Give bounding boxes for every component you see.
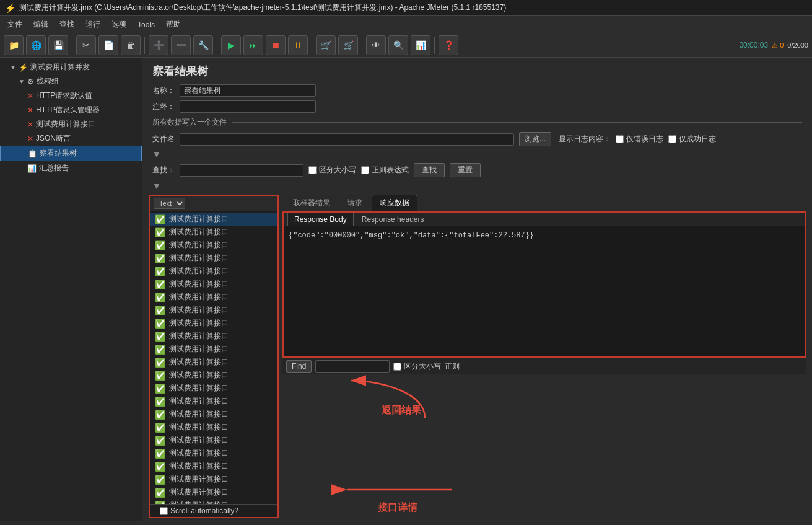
tab-sampler-result[interactable]: 取样器结果 <box>285 195 338 211</box>
reset-button[interactable]: 重置 <box>450 163 481 177</box>
tab-response-data[interactable]: 响应数据 <box>372 195 417 211</box>
result-item-9[interactable]: ✅测试费用计算接口 <box>150 330 277 343</box>
comment-input[interactable] <box>180 100 316 113</box>
sidebar-item-result-tree[interactable]: 📋 察看结果树 <box>0 146 142 161</box>
result-item-20[interactable]: ✅测试费用计算接口 <box>150 473 277 486</box>
toolbar-copy[interactable]: 📄 <box>98 35 118 55</box>
toolbar-template[interactable]: 🔍 <box>388 35 408 55</box>
toolbar-help[interactable]: ❓ <box>439 35 458 55</box>
toolbar-remote2[interactable]: 🛒 <box>338 35 358 55</box>
result-item-12[interactable]: ✅测试费用计算接口 <box>150 369 277 382</box>
toolbar-pause[interactable]: ⏸ <box>288 35 308 55</box>
menubar: 文件 编辑 查找 运行 选项 Tools 帮助 <box>0 16 812 33</box>
toolbar-sep5 <box>362 37 362 54</box>
toolbar-delete[interactable]: 🗑 <box>121 35 141 55</box>
results-list-panel: Text ✅ 测试费用计算接口 ✅测试费用计算接口 ✅测试费用计算接口 ✅测试费… <box>149 195 279 518</box>
name-input[interactable] <box>180 84 316 97</box>
toolbar-chart[interactable]: 📊 <box>411 35 430 55</box>
menu-run[interactable]: 运行 <box>81 17 105 32</box>
result-item-10[interactable]: ✅测试费用计算接口 <box>150 343 277 356</box>
resp-tab-body[interactable]: Response Body <box>287 213 354 226</box>
success-log-checkbox-label[interactable]: 仅成功日志 <box>668 134 716 144</box>
result-item-5[interactable]: ✅测试费用计算接口 <box>150 278 277 291</box>
result-item-18[interactable]: ✅测试费用计算接口 <box>150 447 277 460</box>
sidebar-item-test-api[interactable]: ✕ 测试费用计算接口 <box>0 117 142 131</box>
sidebar-item-http-header[interactable]: ✕ HTTP信息头管理器 <box>0 103 142 117</box>
result-item-14[interactable]: ✅测试费用计算接口 <box>150 395 277 408</box>
result-label-19: 测试费用计算接口 <box>169 461 229 472</box>
toolbar-remove[interactable]: ➖ <box>171 35 191 55</box>
scroll-auto-checkbox[interactable] <box>160 507 168 515</box>
result-item-8[interactable]: ✅测试费用计算接口 <box>150 317 277 330</box>
browse-button[interactable]: 浏览... <box>519 132 551 146</box>
thread-icon: ⚙ <box>27 77 34 86</box>
result-icon-5: ✅ <box>155 280 165 289</box>
result-item-6[interactable]: ✅测试费用计算接口 <box>150 291 277 304</box>
toolbar-new[interactable]: 📁 <box>4 35 24 55</box>
find-case-label[interactable]: 区分大小写 <box>393 361 441 372</box>
toolbar-settings[interactable]: 🔧 <box>193 35 213 55</box>
file-input[interactable] <box>180 133 514 146</box>
toolbar-play-all[interactable]: ⏭ <box>243 35 263 55</box>
result-item-7[interactable]: ✅测试费用计算接口 <box>150 304 277 317</box>
success-log-checkbox[interactable] <box>668 135 676 143</box>
search-input[interactable] <box>180 164 303 177</box>
menu-find[interactable]: 查找 <box>55 17 79 32</box>
menu-file[interactable]: 文件 <box>2 17 27 32</box>
result-item-2[interactable]: ✅测试费用计算接口 <box>150 239 277 252</box>
sidebar-item-json-assert[interactable]: ✕ JSON断言 <box>0 131 142 146</box>
search-options: 区分大小写 正则表达式 查找 重置 <box>308 163 481 177</box>
toolbar-add[interactable]: ➕ <box>149 35 168 55</box>
result-item-13[interactable]: ✅测试费用计算接口 <box>150 382 277 395</box>
error-log-checkbox[interactable] <box>616 135 624 143</box>
result-item-0[interactable]: ✅ 测试费用计算接口 <box>150 213 277 226</box>
section-line <box>232 122 802 123</box>
sidebar-item-threadgroup[interactable]: ▼ ⚙ 线程组 <box>0 74 142 89</box>
toolbar-stop[interactable]: ⏹ <box>266 35 286 55</box>
menu-options[interactable]: 选项 <box>107 17 131 32</box>
sidebar-item-root[interactable]: ▼ ⚡ 测试费用计算并发 <box>0 60 142 74</box>
result-item-3[interactable]: ✅测试费用计算接口 <box>150 252 277 265</box>
toolbar-save[interactable]: 💾 <box>48 35 68 55</box>
menu-edit[interactable]: 编辑 <box>28 17 53 32</box>
case-sensitive-checkbox[interactable] <box>308 166 317 174</box>
find-input[interactable] <box>315 360 390 373</box>
toolbar-view[interactable]: 👁 <box>366 35 386 55</box>
result-icon-18: ✅ <box>155 449 165 459</box>
result-item-4[interactable]: ✅测试费用计算接口 <box>150 265 277 278</box>
result-item-16[interactable]: ✅测试费用计算接口 <box>150 421 277 434</box>
result-item-11[interactable]: ✅测试费用计算接口 <box>150 356 277 369</box>
toolbar-play[interactable]: ▶ <box>221 35 241 55</box>
toolbar-count: 0/2000 <box>787 42 808 49</box>
toolbar-remote1[interactable]: 🛒 <box>316 35 336 55</box>
menu-help[interactable]: 帮助 <box>161 17 186 32</box>
result-label-2: 测试费用计算接口 <box>169 240 229 250</box>
result-tree-icon: 📋 <box>28 149 37 158</box>
arrow-separator: ▼ <box>142 148 812 161</box>
text-type-dropdown[interactable]: Text <box>154 198 185 209</box>
find-case-checkbox[interactable] <box>393 363 401 371</box>
resp-tab-headers[interactable]: Response headers <box>355 213 431 226</box>
tab-request[interactable]: 请求 <box>339 195 370 211</box>
result-label-15: 测试费用计算接口 <box>169 409 229 420</box>
result-item-21[interactable]: ✅测试费用计算接口 <box>150 486 277 499</box>
result-item-17[interactable]: ✅测试费用计算接口 <box>150 434 277 447</box>
regex-label[interactable]: 正则表达式 <box>361 165 409 175</box>
result-label-4: 测试费用计算接口 <box>169 266 229 276</box>
result-label-12: 测试费用计算接口 <box>169 370 229 381</box>
result-item-15[interactable]: ✅测试费用计算接口 <box>150 408 277 421</box>
regex-checkbox[interactable] <box>361 166 369 174</box>
sidebar-item-http-defaults[interactable]: ✕ HTTP请求默认值 <box>0 89 142 103</box>
case-sensitive-label[interactable]: 区分大小写 <box>308 165 356 175</box>
result-item-22[interactable]: ✅测试费用计算接口 <box>150 499 277 504</box>
toolbar-cut[interactable]: ✂ <box>76 35 96 55</box>
error-log-checkbox-label[interactable]: 仅错误日志 <box>616 134 663 144</box>
sidebar-item-summary[interactable]: 📊 汇总报告 <box>0 161 142 175</box>
search-button[interactable]: 查找 <box>414 163 445 177</box>
result-item-19[interactable]: ✅测试费用计算接口 <box>150 460 277 473</box>
response-panel: Response Body Response headers {"code":"… <box>282 211 806 358</box>
toolbar-open[interactable]: 🌐 <box>26 35 46 55</box>
find-button[interactable]: Find <box>286 360 312 373</box>
result-item-1[interactable]: ✅测试费用计算接口 <box>150 226 277 239</box>
menu-tools[interactable]: Tools <box>133 19 160 31</box>
